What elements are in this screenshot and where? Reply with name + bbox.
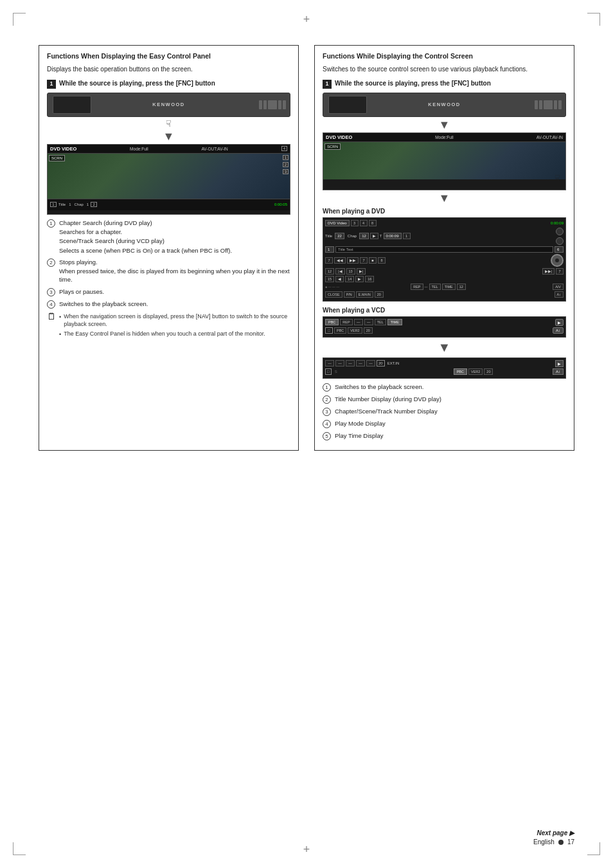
badge-3-left: 3: [283, 169, 289, 174]
note-icon: 🗒: [47, 311, 56, 321]
dvd-row-6: 15 ◀ 14 ▶ 16: [325, 276, 564, 282]
dvd-20-btn: 20: [375, 291, 384, 298]
device-rbtn-3: [544, 100, 553, 109]
dvd-num-right6: 6: [555, 246, 564, 253]
vcd-dash1: —: [354, 319, 363, 325]
note-bullet-2: • The Easy Control Panel is hidden when …: [59, 330, 290, 339]
mode-full-label-right: Mode:Full: [435, 135, 454, 140]
dvd-12-btn: 12: [457, 284, 466, 290]
device-rbtn-2: [539, 100, 542, 109]
vcd-r-s: S: [335, 370, 337, 374]
dvd-r13: 13: [346, 268, 355, 275]
dvd-prev: |◀: [335, 268, 344, 275]
vcd-r-corner: ▶: [555, 360, 564, 367]
right-items-list: 1 Switches to the playback screen. 2 Tit…: [323, 383, 566, 440]
device-buttons-right: [535, 100, 562, 109]
bottom-num-1: 1: [50, 202, 57, 207]
num-4-badge: 4: [281, 146, 287, 151]
list-item: 1 Chapter Search (during DVD play) Searc…: [47, 219, 290, 255]
chap-val: 1: [87, 203, 89, 206]
device-rbtn-4: [554, 100, 557, 109]
device-btn-5: [283, 100, 286, 109]
dvd-t-label: T: [380, 234, 382, 238]
right-list-item-2: 2 Title Number Display (during DVD play): [323, 395, 566, 404]
vcd-sq-btn: □: [325, 327, 333, 334]
dvd-av2-btn: A↕: [555, 291, 564, 298]
dvd-num-4: 4: [360, 220, 368, 226]
scrn-overlay: SCRN: [49, 155, 65, 161]
right-item-text-4: Play Mode Display: [335, 419, 566, 428]
right-item-num-3: 3: [323, 408, 331, 416]
device-btn-4: [278, 100, 281, 109]
dvd-play-btn: ▶: [370, 233, 378, 239]
left-section-title: Functions When Displaying the Easy Contr…: [47, 52, 290, 61]
scrn-overlay-right: SCRN: [324, 143, 341, 150]
right-list-item-3: 3 Chapter/Scene/Track Number Display: [323, 407, 566, 416]
dvd-r20: 16: [365, 276, 374, 282]
big-arrow-vcd: ▼: [323, 340, 566, 355]
dvd-pn-btn: P/N: [344, 291, 355, 298]
dvd-title-num: 22: [335, 233, 344, 239]
vcd-r-corner2: A↕: [553, 368, 564, 375]
dvd-disc-icon: [551, 254, 564, 267]
item-num-4: 4: [47, 300, 55, 309]
dvd-chap-num: 12: [359, 233, 369, 239]
right-list-item-1: 1 Switches to the playback screen.: [323, 383, 566, 392]
right-item-num-1: 1: [323, 383, 331, 392]
dvd-r14: ▶▶|: [542, 268, 555, 275]
vcd-result-screen: — — — — — 20 EXT.IN ▶ □ S PBC VER2 20: [323, 357, 566, 379]
dvd-close-btn: CLOSE: [325, 291, 342, 298]
dvd-time-display: 0:00:09: [551, 221, 564, 225]
right-column: Functions While Displaying the Control S…: [314, 45, 574, 451]
item-text-4: Switches to the playback screen.: [59, 300, 290, 308]
screen-bottom-bar-left: 1 Title 1 Chap 1 2 0:00:05: [48, 199, 290, 210]
vcd-pbc-opt: PBC: [334, 327, 346, 334]
item-num-2: 2: [47, 258, 55, 267]
time-val-bottom: 0:00:05: [274, 203, 287, 206]
page-number: 17: [567, 838, 574, 845]
title-label-bottom: Title: [58, 203, 66, 206]
dvd-t-val: 0:00:09: [384, 233, 402, 239]
right-item-text-5: Play Time Display: [335, 431, 566, 440]
screen-content-right: SCRN: [323, 142, 565, 179]
dvd-r18: 14: [345, 276, 354, 282]
dvd-nav-8: 8: [378, 257, 386, 264]
item-num-3: 3: [47, 288, 55, 296]
bullet-dot-2: •: [59, 330, 61, 339]
badge-2-left: 2: [283, 162, 289, 167]
av-out-label-left: AV-OUT:AV-IN: [202, 147, 228, 151]
vcd-r-dash1: —: [325, 360, 334, 366]
page-num-line: English 17: [533, 838, 574, 845]
dvd-video-cell: DVD Video: [325, 220, 350, 226]
language-label: English: [533, 838, 555, 845]
vcd-row-2: □ PBC VER2 20 A↕: [325, 327, 564, 334]
screen-top-bar-right: DVD VIDEO Mode:Full AV-OUT:AV-IN: [323, 133, 565, 142]
device-btn-3: [268, 100, 277, 109]
dvd-row-1: DVD Video 3 4 8 0:00:09: [325, 220, 564, 226]
vcd-row-1: PBC REP — — TEL TIME ▶: [325, 319, 564, 326]
dvd-r19: ▶: [355, 276, 364, 282]
right-item-text-3: Chapter/Scene/Track Number Display: [335, 407, 566, 415]
dvd-num-8: 8: [369, 220, 377, 226]
right-item-num-4: 4: [323, 420, 331, 428]
right-item-num-5: 5: [323, 432, 331, 440]
scrn-label: SCRN: [49, 155, 65, 161]
dvd-bar-left: ■ — — —: [325, 285, 409, 289]
device-screen-right: [328, 96, 367, 114]
right-item-num-2: 2: [323, 395, 331, 404]
dvd-rep-btn: REP: [411, 284, 423, 290]
item-num-1: 1: [47, 219, 55, 228]
dvd-video-label-left: DVD VIDEO: [50, 146, 76, 152]
device-btn-1: [259, 100, 262, 109]
vcd-corner-2: A↕: [553, 327, 564, 334]
dvd-nav-7b: 7: [360, 257, 368, 264]
crosshair-bottom: +: [303, 843, 310, 856]
vcd-r-20: 20: [377, 360, 385, 366]
note-text: • When the navigation screen is displaye…: [59, 312, 290, 340]
vcd-dash2: —: [364, 319, 373, 325]
right-section-title: Functions While Displaying the Control S…: [323, 52, 566, 61]
vcd-r-20b: 20: [484, 368, 493, 375]
device-rbtn-1: [535, 100, 538, 109]
arrow-down-right2: ▼: [323, 192, 566, 204]
dvd-r16: 15: [325, 276, 334, 282]
